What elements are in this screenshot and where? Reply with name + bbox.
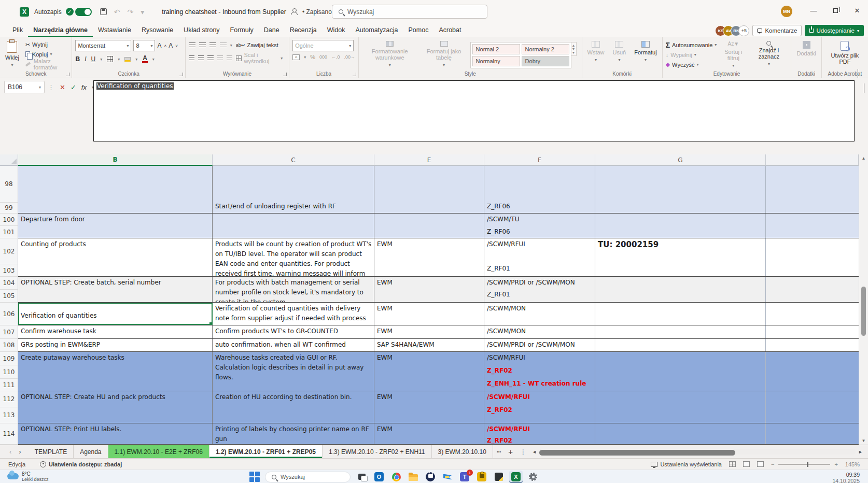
weather-widget[interactable]: 8°CLekki deszcz [7,471,49,482]
cell-G-98-99[interactable] [595,166,766,213]
prev-sheet-icon[interactable]: ‹ [9,448,11,456]
vertical-scroll-thumb[interactable] [861,287,866,336]
number-dialog-launcher[interactable] [353,73,356,76]
cell-style-dobry[interactable]: Dobry [522,56,569,66]
cell-F-108[interactable]: /SCWM/PRDI or /SCWM/MON [484,339,595,351]
conditional-formatting-button[interactable]: Formatowanie warunkowe▾ [362,40,417,69]
column-header-E[interactable]: E [374,154,484,166]
vertical-scrollbar[interactable]: ▲ ▼ [859,154,868,445]
comments-button[interactable]: Komentarze [752,25,802,36]
cell-F-109-111[interactable]: /SCWM/RFUIZ_RF02Z_ENH_11 - WT creation r… [484,352,595,391]
cell-style-normalny-2[interactable]: Normalny 2 [522,44,569,54]
sheet-tab-1-1-ewm-20-10-e2e-zrf06[interactable]: 1.1) EWM.20.10 - E2E + ZRF06 [108,445,209,458]
privacy-lock-taskbar-icon[interactable] [424,471,437,483]
ribbon-tab-plik[interactable]: Plik [7,24,28,37]
cell-x-107[interactable] [766,325,859,338]
bold-button[interactable]: B [75,55,80,63]
clipboard-dialog-launcher[interactable] [66,73,69,76]
collapse-formula-bar-button[interactable] [864,83,864,93]
excel-app-icon[interactable]: X [20,7,29,17]
cell-C-107[interactable]: Confirm products WT's to GR-COUNTED [213,325,374,338]
sheet-tab-template[interactable]: TEMPLATE [29,445,74,458]
row-header-100[interactable]: 100 [0,214,18,226]
task-view-taskbar-icon[interactable] [355,471,369,483]
title-search-box[interactable]: Wyszukaj [332,5,487,19]
cell-B-104-105[interactable]: OPTIONAL STEP: Create batch, serial numb… [18,277,213,302]
keepass-taskbar-icon[interactable] [475,471,488,483]
accounting-format-icon[interactable]: ¤ [292,54,300,60]
cell-B-100-101[interactable]: Departure from door [18,214,213,238]
scroll-left-icon[interactable]: ◄ [532,449,537,454]
column-header-F[interactable]: F [484,154,595,166]
cell-F-104-105[interactable]: /SCWM/PRDI or /SCWM/MONZ_RF01 [484,277,595,302]
font-dialog-launcher[interactable] [179,73,183,76]
new-sheet-button[interactable]: + [505,445,516,458]
insert-function-button[interactable]: fx [81,83,87,91]
cell-F-98-99[interactable]: Z_RF06 [484,166,595,213]
cell-B-109-111[interactable]: Create putaway warehouse tasks [18,352,213,391]
row-header-101[interactable]: 101 [0,226,18,238]
cell-C-114[interactable]: Printing of labels by choosing printer n… [213,423,374,444]
row-header-103[interactable]: 103 [0,264,18,277]
chrome-taskbar-icon[interactable] [389,471,403,483]
format-as-table-button[interactable]: Formatuj jako tabelę▾ [422,40,466,69]
cell-G-109-111[interactable] [595,352,766,391]
taskbar-clock[interactable]: 09:39 14.10.2025 [832,472,860,483]
cell-E-102-103[interactable]: EWM [374,238,484,276]
row-header-108[interactable]: 108 [0,339,18,352]
sheet-tab-1-2-ewm-20-10-zrf01-zrep05[interactable]: 1.2) EWM.20.10 - ZRF01 + ZREP05 [209,445,323,458]
grow-font-button[interactable]: A˄ [157,40,166,51]
row-header-113[interactable]: 113 [0,407,18,423]
row-header-107[interactable]: 107 [0,325,18,339]
cell-x-104-105[interactable] [766,277,859,302]
cell-G-112-113[interactable] [595,391,766,423]
settings-taskbar-icon[interactable] [526,471,540,483]
page-break-view-button[interactable] [757,461,764,467]
restore-button[interactable] [824,0,846,21]
shrink-font-button[interactable]: A˅ [169,40,178,51]
create-pdf-button[interactable]: Utwórz plik PDF [825,40,865,69]
scroll-up-icon[interactable]: ▲ [859,154,868,161]
number-format-select[interactable]: Ogólne▾ [292,40,354,51]
quick-access-menu-icon[interactable]: ▾ [141,8,144,16]
file-explorer-taskbar-icon[interactable] [407,471,420,483]
row-header-98[interactable]: 98 [0,166,18,203]
tabbar-menu-button[interactable]: ⋮ [516,445,530,458]
cell-E-114[interactable]: EWM [374,423,484,444]
sheet-tab-1-3-ewm-20-10-zrf02-enh11[interactable]: 1.3) EWM.20.10 - ZRF02 + ENH11 [323,445,432,458]
display-settings-button[interactable]: Ustawienia wyświetlania [651,461,722,467]
cell-G-104-105[interactable] [595,277,766,302]
cell-C-112-113[interactable]: Creation of HU according to destination … [213,391,374,423]
column-header-C[interactable]: C [213,154,374,166]
ribbon-tab-narzędzia-główne[interactable]: Narzędzia główne [28,24,93,37]
clear-button[interactable]: ◆ Wyczyść ▾ [666,60,717,69]
excel-taskbar-icon[interactable]: X [509,471,523,483]
share-button[interactable]: Udostępnianie ▾ [805,25,864,36]
align-top-icon[interactable] [189,42,195,48]
row-header-111[interactable]: 111 [0,379,18,391]
cell-E-100-101[interactable] [374,214,484,238]
minimize-button[interactable]: — [803,0,824,21]
ribbon-tab-acrobat[interactable]: Acrobat [433,24,466,37]
name-box[interactable]: B106▾ [4,81,45,93]
italic-button[interactable]: I [85,55,86,63]
formula-input[interactable]: Verification of quantities [93,80,855,141]
zoom-out-icon[interactable]: − [771,461,774,467]
font-color-icon[interactable]: A [142,55,148,63]
normal-view-button[interactable] [729,461,736,467]
more-sheets-button[interactable]: ••• [493,445,505,458]
cell-G-107[interactable] [595,325,766,338]
cancel-entry-button[interactable]: ✕ [60,83,65,91]
cell-x-102-103[interactable] [766,238,859,276]
decrease-decimal-icon[interactable]: .00→ [344,54,355,60]
row-header-104[interactable]: 104 [0,277,18,290]
zoom-level[interactable]: 145% [845,461,860,467]
increase-decimal-icon[interactable]: ←.0 [331,54,340,60]
outlook-taskbar-icon[interactable]: O [372,471,386,483]
insert-cells-button[interactable]: Wstaw▾ [585,40,607,69]
cell-x-98-99[interactable] [766,166,859,213]
taskbar-search[interactable]: Wyszukaj [265,472,351,482]
scroll-down-icon[interactable]: ▼ [859,438,868,443]
autosave-toggle[interactable] [75,8,92,16]
cell-C-98-99[interactable]: Start/end of unloading register with RF [213,166,374,213]
